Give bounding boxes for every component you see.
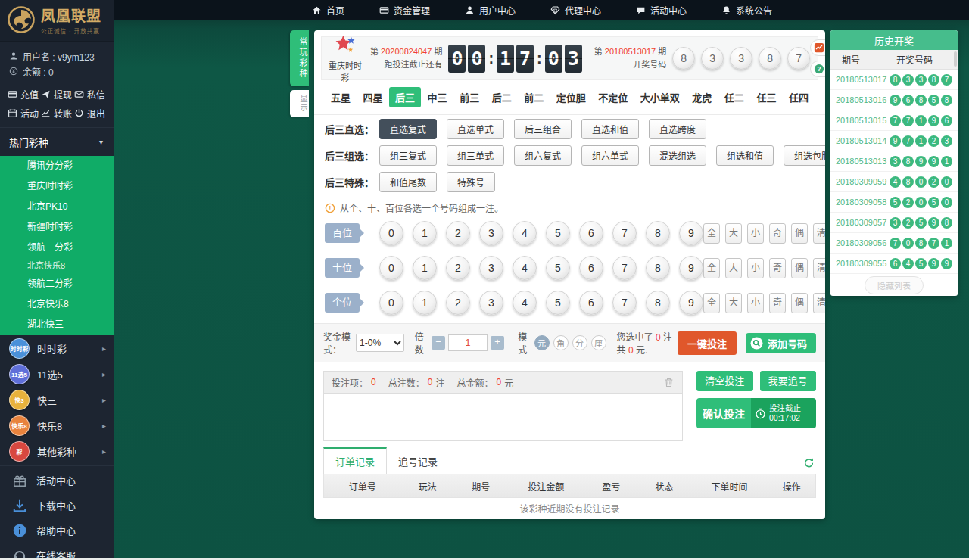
footer-活动中心[interactable]: 活动中心 [0,468,114,493]
nav-item-6[interactable]: 系统公告 [721,4,772,17]
digit-ball-2[interactable]: 2 [446,256,470,280]
quick-button-偶[interactable]: 偶 [791,223,808,244]
hot-lottery-item[interactable]: 重庆时时彩 [0,176,114,197]
footer-帮助中心[interactable]: 帮助中心 [0,518,114,543]
favorite-lottery-tab[interactable]: 常玩彩种 [290,30,309,86]
hot-lottery-item[interactable]: 北京PK10 [0,197,114,217]
action-充值[interactable]: 充值 [8,88,41,101]
scrollbar-thumb[interactable] [954,51,957,67]
play-tab-后二[interactable]: 后二 [486,87,518,107]
quick-button-清[interactable]: 清 [813,258,825,278]
quick-button-小[interactable]: 小 [747,258,764,278]
digit-ball-6[interactable]: 6 [579,256,603,280]
bet-option-直选复式[interactable]: 直选复式 [379,119,437,139]
bet-option-组选和值[interactable]: 组选和值 [716,145,774,166]
order-tab-订单记录[interactable]: 订单记录 [323,447,387,474]
play-tab-定位胆[interactable]: 定位胆 [550,87,592,107]
category-11选5[interactable]: 11选511选5▸ [0,361,114,387]
digit-ball-3[interactable]: 3 [479,221,503,245]
digit-ball-9[interactable]: 9 [679,221,703,245]
category-其他彩种[interactable]: 彩其他彩种▸ [0,438,114,464]
footer-下载中心[interactable]: 下载中心 [0,493,114,518]
digit-ball-4[interactable]: 4 [513,291,537,315]
quick-button-小[interactable]: 小 [747,223,764,244]
bet-option-组三复式[interactable]: 组三复式 [379,145,437,166]
quick-button-清[interactable]: 清 [813,293,825,313]
digit-ball-7[interactable]: 7 [612,256,637,280]
show-tab[interactable]: 显示 [290,90,309,117]
bet-option-直选跨度[interactable]: 直选跨度 [649,119,706,139]
nav-item-5[interactable]: 活动中心 [636,4,687,17]
mode-radio-元[interactable]: 元 [534,335,550,350]
digit-ball-3[interactable]: 3 [479,256,503,280]
bonus-mode-select[interactable]: 1-0% [356,334,404,352]
play-tab-中三[interactable]: 中三 [422,87,453,107]
nav-item-3[interactable]: 用户中心 [465,4,516,17]
play-tab-前二[interactable]: 前二 [518,87,550,107]
digit-ball-9[interactable]: 9 [679,256,703,280]
action-私信[interactable]: 私信 [74,88,107,101]
add-number-button[interactable]: 添加号码 [746,333,816,353]
trash-icon[interactable] [663,377,675,388]
hot-lottery-item[interactable]: 腾讯分分彩 [0,156,114,176]
digit-ball-1[interactable]: 1 [413,291,437,315]
digit-ball-6[interactable]: 6 [579,221,603,245]
action-活动[interactable]: 活动 [8,107,41,120]
bet-option-混选组选[interactable]: 混选组选 [649,145,706,166]
quick-button-全[interactable]: 全 [703,258,720,278]
digit-ball-4[interactable]: 4 [513,256,537,280]
quick-button-全[interactable]: 全 [703,293,720,313]
refresh-icon[interactable] [803,457,815,468]
mode-radio-厘[interactable]: 厘 [591,335,606,350]
bet-option-组三单式[interactable]: 组三单式 [447,145,504,166]
quick-button-全[interactable]: 全 [703,223,720,244]
digit-ball-8[interactable]: 8 [646,221,670,245]
confirm-bet-button[interactable]: 确认投注 投注截止 00:17:02 [696,398,816,428]
quick-button-奇[interactable]: 奇 [769,223,786,244]
digit-ball-3[interactable]: 3 [479,291,503,315]
multiple-input[interactable] [448,334,488,351]
digit-ball-1[interactable]: 1 [413,256,437,280]
mode-radio-分[interactable]: 分 [572,335,587,350]
nav-item-2[interactable]: 资金管理 [379,4,430,17]
quick-bet-button[interactable]: 一键投注 [678,331,737,355]
digit-ball-9[interactable]: 9 [679,291,703,315]
quick-button-清[interactable]: 清 [813,223,825,244]
bet-option-和值尾数[interactable]: 和值尾数 [379,172,437,192]
hot-lottery-item[interactable]: 领航二分彩 [0,238,114,258]
hot-lottery-item[interactable]: 领航二分彩 [0,274,114,294]
digit-ball-6[interactable]: 6 [579,291,603,315]
digit-ball-2[interactable]: 2 [446,291,470,315]
play-tab-五星[interactable]: 五星 [325,87,357,107]
hot-lottery-item[interactable]: 北京快乐8 [0,258,114,274]
play-tab-四星[interactable]: 四星 [357,87,389,107]
quick-button-奇[interactable]: 奇 [769,258,786,278]
digit-ball-5[interactable]: 5 [546,291,570,315]
hot-lottery-item[interactable]: 北京快乐8 [0,294,114,315]
play-tab-后三[interactable]: 后三 [389,87,421,107]
play-tab-龙虎[interactable]: 龙虎 [686,87,718,107]
category-时时彩[interactable]: 时时彩时时彩▸ [0,335,114,361]
mode-radio-角[interactable]: 角 [553,335,569,350]
bet-option-直选单式[interactable]: 直选单式 [447,119,504,139]
play-tab-不定位[interactable]: 不定位 [592,87,634,107]
clear-bets-button[interactable]: 清空投注 [696,371,753,391]
bet-option-直选和值[interactable]: 直选和值 [581,119,639,139]
multiple-minus-button[interactable]: − [432,336,445,350]
quick-button-偶[interactable]: 偶 [791,258,808,278]
hide-list-button[interactable]: 隐藏列表 [865,276,924,294]
bet-option-后三组合[interactable]: 后三组合 [514,119,572,139]
digit-ball-8[interactable]: 8 [646,291,670,315]
digit-ball-0[interactable]: 0 [379,256,403,280]
hot-lottery-header[interactable]: 热门彩种 ▾ [0,127,114,156]
digit-ball-8[interactable]: 8 [646,256,670,280]
quick-button-大[interactable]: 大 [725,293,742,313]
action-提现[interactable]: 提现 [41,88,74,101]
play-tab-任二[interactable]: 任二 [718,87,750,107]
bet-option-组选包胆[interactable]: 组选包胆 [784,145,825,166]
category-快乐8[interactable]: 快乐8快乐8▸ [0,412,114,438]
play-tab-大小单双[interactable]: 大小单双 [634,87,686,107]
hot-lottery-item[interactable]: 新疆时时彩 [0,217,114,238]
action-退出[interactable]: 退出 [74,107,107,120]
digit-ball-2[interactable]: 2 [446,221,470,245]
